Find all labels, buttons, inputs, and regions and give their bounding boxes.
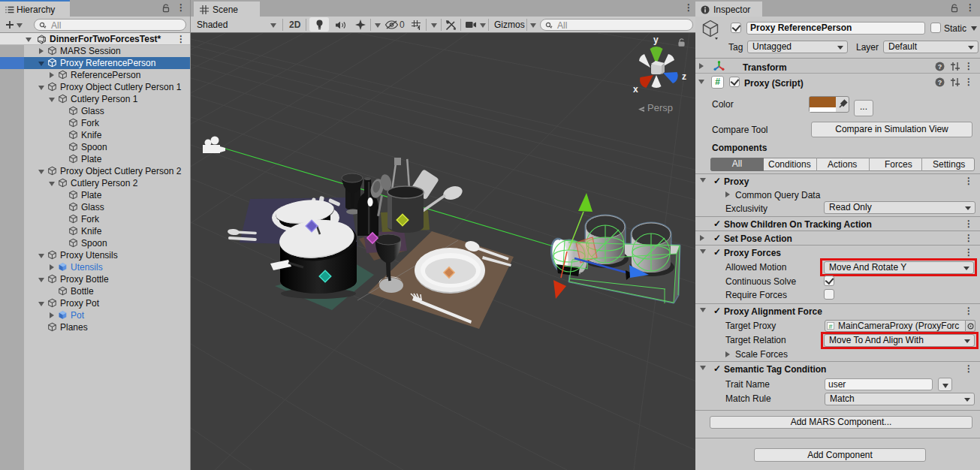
svg-text:z: z	[682, 71, 686, 82]
svg-text:x: x	[633, 84, 638, 95]
svg-text:Persp: Persp	[647, 102, 673, 113]
svg-text:?: ?	[938, 63, 942, 71]
svg-text:y: y	[653, 35, 659, 45]
svg-text:?: ?	[938, 79, 942, 86]
